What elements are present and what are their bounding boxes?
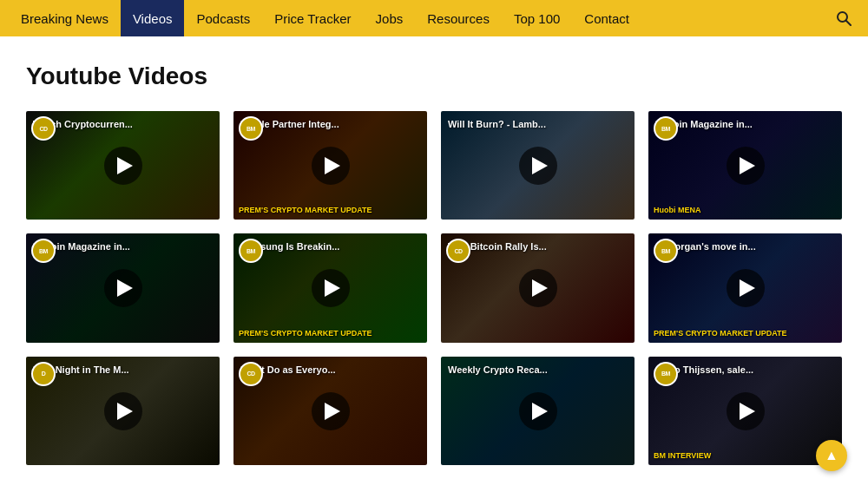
video-thumbnail[interactable]: DLate Night in The M... bbox=[26, 357, 220, 465]
main-nav: Breaking NewsVideosPodcastsPrice Tracker… bbox=[0, 0, 868, 36]
video-bottom-label: PREM'S CRYPTO MARKET UPDATE bbox=[654, 329, 837, 338]
video-title: Bitcoin Magazine in... bbox=[33, 240, 213, 253]
video-thumbnail[interactable]: CDWhich Cryptocurren... bbox=[26, 111, 220, 220]
video-title: Which Cryptocurren... bbox=[33, 118, 213, 130]
channel-logo: D bbox=[31, 362, 56, 386]
video-title: JPMorgan's move in... bbox=[655, 240, 835, 253]
nav-item-contact[interactable]: Contact bbox=[572, 0, 641, 36]
video-thumbnail[interactable]: CDDon't Do as Everyo... bbox=[233, 357, 427, 465]
video-thumbnail[interactable]: Weekly Crypto Reca... bbox=[441, 357, 635, 465]
nav-item-podcasts[interactable]: Podcasts bbox=[184, 0, 262, 36]
video-card: BMBitcoin Magazine in... bbox=[26, 233, 220, 342]
nav-item-top-100[interactable]: Top 100 bbox=[502, 0, 572, 36]
video-grid: CDWhich Cryptocurren...BMRipple Partner … bbox=[26, 111, 842, 465]
video-title: Late Night in The M... bbox=[33, 364, 213, 376]
video-thumbnail[interactable]: BMJPMorgan's move in...PREM'S CRYPTO MAR… bbox=[648, 233, 842, 342]
video-thumbnail[interactable]: BMBitcoin Magazine in...Huobi MENA bbox=[648, 111, 842, 220]
video-title: Ripple Partner Integ... bbox=[240, 118, 420, 130]
play-button[interactable] bbox=[104, 147, 142, 185]
channel-logo: BM bbox=[654, 362, 678, 386]
video-bottom-label: PREM'S CRYPTO MARKET UPDATE bbox=[239, 329, 422, 338]
play-button[interactable] bbox=[312, 269, 350, 307]
video-card: CDThis Bitcoin Rally Is... bbox=[441, 233, 635, 342]
play-button[interactable] bbox=[104, 392, 142, 430]
video-card: BMSamsung Is Breakin...PREM'S CRYPTO MAR… bbox=[233, 233, 427, 342]
play-button[interactable] bbox=[727, 392, 765, 430]
nav-items: Breaking NewsVideosPodcastsPrice Tracker… bbox=[9, 0, 828, 36]
play-button[interactable] bbox=[519, 147, 557, 185]
video-title: Weekly Crypto Reca... bbox=[448, 364, 628, 376]
video-card: BMBitcoin Magazine in...Huobi MENA bbox=[648, 111, 842, 220]
channel-logo: CD bbox=[239, 362, 263, 386]
video-title: Don't Do as Everyo... bbox=[240, 364, 420, 376]
video-thumbnail[interactable]: Will It Burn? - Lamb... bbox=[441, 111, 635, 220]
play-button[interactable] bbox=[727, 269, 765, 307]
play-button[interactable] bbox=[104, 269, 142, 307]
video-thumbnail[interactable]: BMSamsung Is Breakin...PREM'S CRYPTO MAR… bbox=[233, 233, 427, 342]
nav-item-breaking-news[interactable]: Breaking News bbox=[9, 0, 121, 36]
page-content: Youtube Videos CDWhich Cryptocurren...BM… bbox=[0, 36, 868, 482]
play-button[interactable] bbox=[312, 392, 350, 430]
video-card: DLate Night in The M... bbox=[26, 357, 220, 465]
nav-item-resources[interactable]: Resources bbox=[415, 0, 502, 36]
video-card: Will It Burn? - Lamb... bbox=[441, 111, 635, 220]
page-title: Youtube Videos bbox=[26, 62, 842, 90]
video-title: Will It Burn? - Lamb... bbox=[448, 118, 628, 130]
video-thumbnail[interactable]: BMGudo Thijssen, sale...BM INTERVIEW bbox=[648, 357, 842, 465]
video-title: Bitcoin Magazine in... bbox=[655, 118, 835, 130]
channel-logo: CD bbox=[31, 116, 56, 141]
channel-logo: BM bbox=[654, 116, 678, 141]
play-button[interactable] bbox=[519, 392, 557, 430]
video-title: This Bitcoin Rally Is... bbox=[448, 240, 628, 253]
scroll-to-top-button[interactable]: ▲ bbox=[816, 440, 847, 471]
svg-line-1 bbox=[846, 21, 852, 26]
video-thumbnail[interactable]: BMBitcoin Magazine in... bbox=[26, 233, 220, 342]
video-card: CDWhich Cryptocurren... bbox=[26, 111, 220, 220]
video-thumbnail[interactable]: BMRipple Partner Integ...PREM'S CRYPTO M… bbox=[233, 111, 427, 220]
video-title: Gudo Thijssen, sale... bbox=[655, 364, 835, 376]
search-button[interactable] bbox=[828, 0, 859, 36]
video-card: BMGudo Thijssen, sale...BM INTERVIEW bbox=[648, 357, 842, 465]
video-card: BMRipple Partner Integ...PREM'S CRYPTO M… bbox=[233, 111, 427, 220]
video-bottom-label: PREM'S CRYPTO MARKET UPDATE bbox=[239, 206, 422, 214]
video-card: Weekly Crypto Reca... bbox=[441, 357, 635, 465]
video-bottom-label: Huobi MENA bbox=[654, 206, 837, 214]
play-button[interactable] bbox=[519, 269, 557, 307]
video-title: Samsung Is Breakin... bbox=[240, 240, 420, 253]
nav-item-jobs[interactable]: Jobs bbox=[364, 0, 416, 36]
video-bottom-label: BM INTERVIEW bbox=[654, 451, 837, 460]
play-button[interactable] bbox=[727, 147, 765, 185]
video-card: BMJPMorgan's move in...PREM'S CRYPTO MAR… bbox=[648, 233, 842, 342]
video-thumbnail[interactable]: CDThis Bitcoin Rally Is... bbox=[441, 233, 635, 342]
video-card: CDDon't Do as Everyo... bbox=[233, 357, 427, 465]
nav-item-videos[interactable]: Videos bbox=[121, 0, 185, 36]
channel-logo: BM bbox=[239, 116, 263, 141]
nav-item-price-tracker[interactable]: Price Tracker bbox=[262, 0, 363, 36]
play-button[interactable] bbox=[312, 147, 350, 185]
